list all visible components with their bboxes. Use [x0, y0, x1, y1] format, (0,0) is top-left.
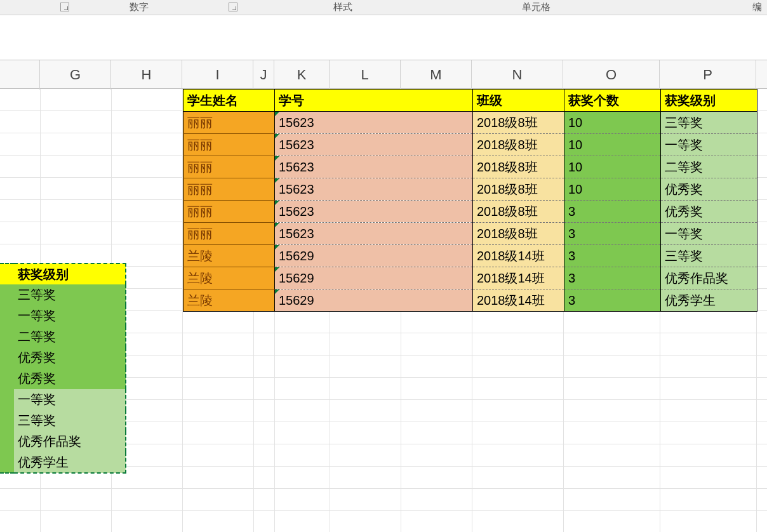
cell-id[interactable]: 15629 — [275, 267, 473, 289]
list-item[interactable]: 优秀作品奖 — [14, 431, 126, 452]
cell-count[interactable]: 10 — [564, 178, 661, 201]
col-header[interactable]: O — [563, 60, 660, 90]
cell-name[interactable]: 丽丽 — [183, 112, 275, 134]
th-count[interactable]: 获奖个数 — [564, 90, 661, 112]
cell-name[interactable]: 丽丽 — [183, 223, 275, 245]
cell-class[interactable]: 2018级14班 — [473, 267, 564, 289]
cell-class[interactable]: 2018级8班 — [473, 201, 564, 223]
cell-class[interactable]: 2018级8班 — [473, 112, 564, 134]
lead-cell[interactable] — [0, 347, 14, 368]
ribbon-group-number: 数字 — [130, 1, 149, 13]
lead-cell[interactable] — [0, 431, 14, 452]
ribbon-bar: 数字 样式 单元格 编 — [0, 0, 767, 15]
cell-class[interactable]: 2018级8班 — [473, 134, 564, 156]
cell-level[interactable]: 优秀作品奖 — [661, 267, 757, 289]
ribbon-group-edit: 编 — [752, 1, 762, 13]
table-header-row: 学生姓名 学号 班级 获奖个数 获奖级别 — [183, 90, 757, 112]
cell-class[interactable]: 2018级14班 — [473, 289, 564, 312]
list-item[interactable]: 一等奖 — [14, 389, 126, 410]
cell-class[interactable]: 2018级8班 — [473, 223, 564, 245]
col-header[interactable]: H — [111, 60, 182, 90]
col-header[interactable]: G — [40, 60, 111, 90]
lead-cell[interactable] — [0, 284, 14, 305]
cell-id[interactable]: 15623 — [275, 134, 473, 156]
list-item[interactable]: 优秀奖 — [14, 347, 126, 368]
cell-count[interactable]: 3 — [564, 267, 661, 289]
lead-cell[interactable] — [0, 452, 14, 473]
col-header[interactable]: N — [472, 60, 563, 90]
col-header[interactable]: J — [253, 60, 274, 90]
cell-level[interactable]: 优秀学生 — [661, 289, 757, 312]
cell-class[interactable]: 2018级8班 — [473, 178, 564, 201]
cell-level[interactable]: 优秀奖 — [661, 178, 757, 201]
page-root: 数字 样式 单元格 编 G H I J K L M N O P 学生姓名 学号 … — [0, 0, 767, 532]
lead-cell[interactable] — [0, 368, 14, 389]
cell-name[interactable]: 丽丽 — [183, 156, 275, 178]
cell-class[interactable]: 2018级14班 — [473, 245, 564, 267]
table-row: 丽丽 15623 2018级8班 10 优秀奖 — [183, 178, 757, 201]
ribbon-group-styles: 样式 — [333, 1, 352, 13]
table-row: 丽丽 15623 2018级8班 10 三等奖 — [183, 112, 757, 134]
table-row: 丽丽 15623 2018级8班 10 一等奖 — [183, 134, 757, 156]
launcher-icon[interactable] — [60, 3, 69, 11]
cell-id[interactable]: 15629 — [275, 245, 473, 267]
cell-level[interactable]: 一等奖 — [661, 134, 757, 156]
cell-id[interactable]: 15623 — [275, 112, 473, 134]
lead-cell[interactable] — [0, 389, 14, 410]
cell-count[interactable]: 3 — [564, 223, 661, 245]
cell-level[interactable]: 二等奖 — [661, 156, 757, 178]
list-item[interactable]: 优秀奖 — [14, 368, 126, 389]
cell-name[interactable]: 兰陵 — [183, 267, 275, 289]
cell-id[interactable]: 15623 — [275, 223, 473, 245]
column-header-row: G H I J K L M N O P — [0, 60, 767, 89]
th-class[interactable]: 班级 — [473, 90, 564, 112]
col-header[interactable]: P — [660, 60, 756, 90]
th-level[interactable]: 获奖级别 — [661, 90, 757, 112]
list-item[interactable]: 三等奖 — [14, 284, 126, 305]
table-row: 兰陵 15629 2018级14班 3 优秀作品奖 — [183, 267, 757, 289]
th-name[interactable]: 学生姓名 — [183, 90, 275, 112]
cell-count[interactable]: 3 — [564, 201, 661, 223]
col-header[interactable]: L — [330, 60, 401, 90]
student-award-table: 学生姓名 学号 班级 获奖个数 获奖级别 丽丽 15623 2018级8班 10… — [183, 89, 757, 312]
cell-name[interactable]: 丽丽 — [183, 201, 275, 223]
cell-class[interactable]: 2018级8班 — [473, 156, 564, 178]
cell-count[interactable]: 3 — [564, 289, 661, 312]
col-header[interactable]: I — [182, 60, 253, 90]
cell-name[interactable]: 丽丽 — [183, 134, 275, 156]
list-item[interactable]: 二等奖 — [14, 326, 126, 347]
cell-count[interactable]: 10 — [564, 134, 661, 156]
cell-count[interactable]: 10 — [564, 112, 661, 134]
table-row: 丽丽 15623 2018级8班 3 一等奖 — [183, 223, 757, 245]
lead-cell[interactable] — [0, 410, 14, 431]
col-header[interactable]: M — [401, 60, 472, 90]
cell-id[interactable]: 15623 — [275, 156, 473, 178]
list-item[interactable]: 优秀学生 — [14, 452, 126, 473]
cell-level[interactable]: 三等奖 — [661, 112, 757, 134]
lead-cell[interactable] — [0, 305, 14, 326]
table-row: 兰陵 15629 2018级14班 3 三等奖 — [183, 245, 757, 267]
lead-cell[interactable] — [0, 326, 14, 347]
table-row: 兰陵 15629 2018级14班 3 优秀学生 — [183, 289, 757, 312]
cell-id[interactable]: 15623 — [275, 201, 473, 223]
col-header[interactable]: K — [274, 60, 330, 90]
list-item[interactable]: 一等奖 — [14, 305, 126, 326]
cell-id[interactable]: 15623 — [275, 178, 473, 201]
launcher-icon[interactable] — [229, 3, 237, 11]
cell-name[interactable]: 丽丽 — [183, 178, 275, 201]
side-header[interactable]: 获奖级别 — [14, 263, 126, 284]
lead-cell[interactable] — [0, 263, 14, 284]
cell-name[interactable]: 兰陵 — [183, 245, 275, 267]
col-header-blank[interactable] — [0, 60, 40, 90]
list-item[interactable]: 三等奖 — [14, 410, 126, 431]
cell-level[interactable]: 优秀奖 — [661, 201, 757, 223]
cell-level[interactable]: 三等奖 — [661, 245, 757, 267]
th-id[interactable]: 学号 — [275, 90, 473, 112]
cell-name[interactable]: 兰陵 — [183, 289, 275, 312]
table-row: 丽丽 15623 2018级8班 3 优秀奖 — [183, 201, 757, 223]
cell-level[interactable]: 一等奖 — [661, 223, 757, 245]
ribbon-group-cells: 单元格 — [522, 1, 550, 13]
cell-count[interactable]: 10 — [564, 156, 661, 178]
cell-count[interactable]: 3 — [564, 245, 661, 267]
cell-id[interactable]: 15629 — [275, 289, 473, 312]
